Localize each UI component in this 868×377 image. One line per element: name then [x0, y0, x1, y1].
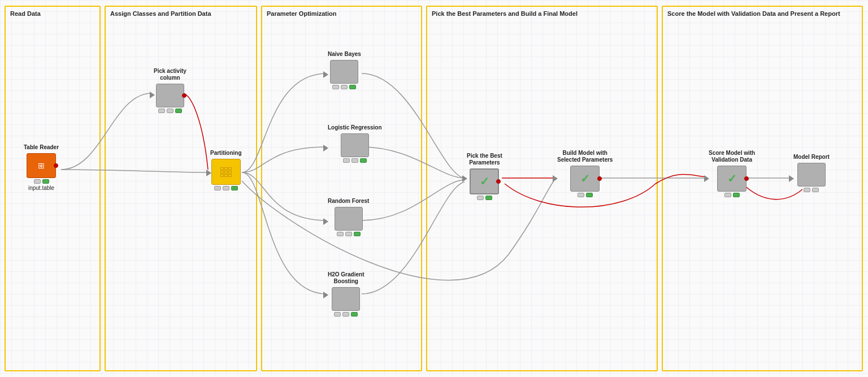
- check-icon-2: ✓: [580, 172, 590, 185]
- sd1: [332, 85, 339, 89]
- port-red-right: [496, 179, 501, 184]
- sd2: [733, 193, 740, 197]
- node-naive-bayes-label: Naive Bayes: [328, 51, 361, 58]
- sd1: [724, 193, 731, 197]
- node-build-model-label: Build Model with Selected Parameters: [557, 150, 613, 163]
- node-score-model-box[interactable]: ✓: [717, 166, 747, 192]
- node-build-model-status: [578, 193, 593, 197]
- port-red-dot: [182, 93, 186, 98]
- sd2: [351, 158, 358, 163]
- status-dot-1: [34, 179, 41, 184]
- node-pick-activity-label: Pick activity column: [154, 68, 186, 81]
- node-logistic-reg-status: [343, 158, 367, 163]
- node-h2o-label: H2O Gradient Boosting: [328, 271, 364, 285]
- section-param-opt-title: Parameter Optimization: [267, 10, 336, 17]
- sd2: [342, 312, 349, 317]
- sd3: [360, 158, 367, 163]
- status-dot-1: [214, 186, 221, 190]
- node-pick-activity-box[interactable]: [156, 84, 184, 107]
- node-random-forest-box[interactable]: [335, 207, 363, 231]
- node-logistic-reg-box[interactable]: [341, 133, 369, 157]
- check-icon: ✓: [480, 175, 489, 188]
- node-partitioning-box[interactable]: [211, 159, 241, 185]
- sd1: [477, 196, 484, 200]
- port-red-3: [744, 176, 749, 181]
- node-table-reader-label: Table Reader: [24, 144, 59, 151]
- section-read-data-title: Read Data: [10, 10, 41, 17]
- node-pick-activity[interactable]: Pick activity column: [154, 68, 186, 113]
- sd3: [354, 232, 361, 236]
- node-table-reader[interactable]: Table Reader ⊞ input.table: [24, 144, 59, 193]
- section-pick-best-title: Pick the Best Parameters and Build a Fin…: [432, 10, 578, 17]
- table-icon: ⊞: [38, 161, 45, 170]
- sd1: [334, 312, 341, 317]
- node-model-report-box[interactable]: [797, 163, 826, 187]
- node-random-forest-status: [337, 232, 361, 236]
- node-pick-best-status: [477, 196, 492, 200]
- sd1: [337, 232, 344, 236]
- sd3: [351, 312, 358, 317]
- sd1: [343, 158, 350, 163]
- node-table-reader-status: [34, 179, 49, 184]
- sd2: [341, 85, 348, 89]
- node-partitioning-label: Partitioning: [210, 150, 242, 157]
- node-h2o-box[interactable]: [332, 287, 360, 311]
- sd2: [345, 232, 352, 236]
- node-pick-best-params-label: Pick the Best Parameters: [467, 153, 502, 166]
- sd2: [485, 196, 492, 200]
- node-h2o-status: [334, 312, 358, 317]
- node-pick-best-params[interactable]: Pick the Best Parameters ✓: [467, 153, 502, 200]
- node-h2o[interactable]: H2O Gradient Boosting: [328, 271, 364, 317]
- section-pick-best: Pick the Best Parameters and Build a Fin…: [426, 6, 658, 371]
- node-model-report-status: [804, 188, 819, 192]
- node-partitioning[interactable]: Partitioning: [210, 150, 242, 190]
- sd2: [812, 188, 819, 192]
- node-pick-activity-status: [158, 109, 182, 113]
- node-naive-bayes[interactable]: Naive Bayes: [328, 51, 361, 89]
- status-dot-1: [158, 109, 165, 113]
- node-table-reader-sublabel: input.table: [28, 185, 54, 192]
- section-score-model: Score the Model with Validation Data and…: [662, 6, 863, 371]
- status-dot-3: [231, 186, 238, 190]
- node-random-forest[interactable]: Random Forest: [328, 198, 369, 236]
- node-logistic-reg[interactable]: Logistic Regression: [328, 124, 382, 163]
- status-dot-2: [167, 109, 173, 113]
- node-score-model-status: [724, 193, 740, 197]
- sd3: [349, 85, 356, 89]
- node-score-model[interactable]: Score Model with Validation Data ✓: [709, 150, 755, 197]
- node-pick-best-params-box[interactable]: ✓: [470, 168, 499, 194]
- section-assign-classes-title: Assign Classes and Partition Data: [110, 10, 211, 17]
- node-score-model-label: Score Model with Validation Data: [709, 150, 755, 163]
- section-score-model-title: Score the Model with Validation Data and…: [667, 10, 840, 17]
- check-icon-3: ✓: [727, 172, 737, 185]
- node-build-model-box[interactable]: ✓: [570, 166, 600, 192]
- port-red-2: [597, 176, 602, 181]
- status-dot-3: [175, 109, 182, 113]
- node-naive-bayes-box[interactable]: [330, 60, 358, 84]
- workflow-canvas: Read Data Assign Classes and Partition D…: [0, 0, 868, 377]
- status-dot-2: [223, 186, 229, 190]
- node-table-reader-box[interactable]: ⊞: [27, 153, 56, 178]
- grid-icon: [220, 167, 232, 177]
- node-build-model[interactable]: Build Model with Selected Parameters ✓: [557, 150, 613, 197]
- node-random-forest-label: Random Forest: [328, 198, 369, 205]
- sd2: [586, 193, 593, 197]
- port-right: [54, 163, 58, 168]
- status-dot-2: [42, 179, 49, 184]
- node-partitioning-status: [214, 186, 238, 190]
- node-model-report-label: Model Report: [793, 154, 830, 161]
- sd1: [804, 188, 810, 192]
- node-naive-bayes-status: [332, 85, 356, 89]
- node-model-report[interactable]: Model Report: [793, 154, 830, 192]
- node-logistic-reg-label: Logistic Regression: [328, 124, 382, 131]
- sd1: [578, 193, 584, 197]
